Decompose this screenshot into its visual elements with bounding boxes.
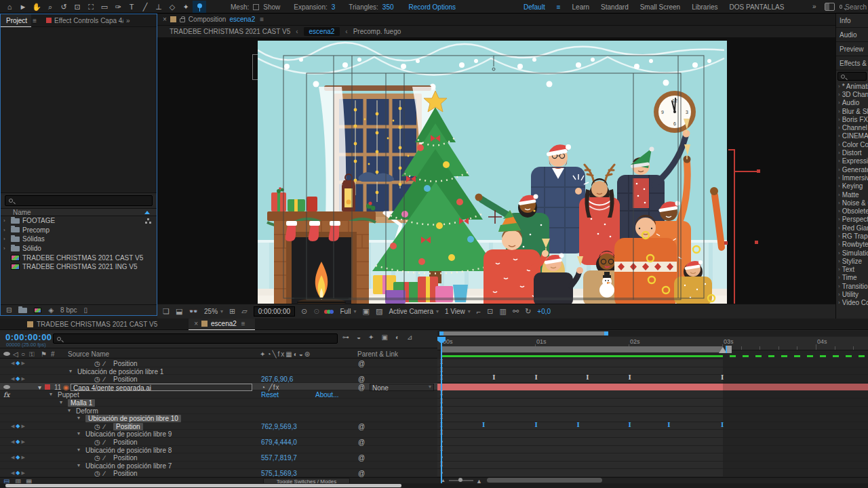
channels-icon[interactable] (326, 310, 334, 314)
keyframe[interactable]: I (534, 374, 537, 382)
motion-blur-icon[interactable]: ◐ (395, 333, 399, 341)
keyframe[interactable]: I (721, 374, 724, 382)
property-name[interactable]: Position (113, 375, 138, 383)
project-name-header[interactable]: Name (1, 208, 157, 216)
comp-mini-flowchart-icon[interactable]: ⊶ (342, 333, 349, 341)
twirl-icon[interactable]: › (838, 83, 840, 89)
project-item[interactable]: ›Sólidas (1, 235, 157, 244)
twirl-icon[interactable]: › (838, 158, 840, 164)
twirl-icon[interactable]: › (838, 250, 840, 256)
twirl-icon[interactable]: › (838, 283, 840, 289)
workspace-small-screen[interactable]: Small Screen (640, 3, 680, 11)
project-item[interactable]: ›FOOTAGE (1, 216, 157, 226)
effects-category[interactable]: ›RG Trapcode (836, 232, 868, 240)
project-settings-icon[interactable]: ◈ (48, 306, 54, 314)
app-search[interactable]: Search (840, 2, 867, 12)
mask-visibility-icon[interactable]: 👓 (189, 307, 198, 316)
effect-reset-link[interactable]: Reset (261, 391, 279, 399)
panel-menu-icon[interactable]: ≡ (260, 16, 264, 23)
twirl-icon[interactable]: › (838, 258, 840, 264)
twirl-icon[interactable]: › (3, 245, 8, 251)
keyframe-navigator[interactable]: ◀ ◆ ▶ (11, 439, 25, 445)
twirl-icon[interactable]: › (838, 225, 840, 231)
property-name[interactable]: Position (113, 423, 143, 430)
source-name-header[interactable]: Source Name (68, 350, 109, 358)
twirl-icon[interactable]: › (3, 227, 8, 233)
property-value[interactable]: 557,7,819,7 (261, 454, 297, 462)
tool-selection[interactable]: ► (16, 1, 30, 13)
twirl-icon[interactable]: › (838, 291, 840, 298)
keyframe-lane[interactable] (437, 438, 868, 446)
property-value[interactable]: 679,4,444,0 (261, 439, 297, 446)
keyframe-lane[interactable]: I (437, 414, 868, 422)
tool-brush[interactable]: ╱ (138, 1, 152, 13)
panel-preview[interactable]: Preview (836, 42, 868, 56)
record-options-link[interactable]: Record Options (409, 3, 456, 11)
keyframe-lane[interactable]: I (437, 399, 868, 407)
keyframe[interactable]: I (576, 422, 579, 429)
layer-eye-icon[interactable] (3, 385, 10, 389)
twirl-icon[interactable]: › (838, 266, 840, 272)
mask-grid-icon[interactable]: ▨ (376, 307, 382, 316)
panel-effects-presets[interactable]: Effects & Presets (836, 56, 868, 70)
stopwatch-icon[interactable]: ◷ (94, 439, 100, 446)
group-label[interactable]: Ubicación de posición libre 7 (85, 462, 172, 470)
effects-category[interactable]: ›Obsolete (836, 207, 868, 215)
workspace-standard[interactable]: Standard (601, 3, 629, 11)
effects-category[interactable]: ›Time (836, 274, 868, 282)
effects-category[interactable]: ›Audio (836, 99, 868, 107)
tab-overflow-chevron[interactable]: » (126, 17, 130, 24)
timeline-row-malla-1[interactable]: ▾Malla 1 (0, 399, 437, 407)
timeline-row-ubicación-de-posición-libre-10[interactable]: ▾Ubicación de posición libre 10 (0, 414, 437, 422)
property-value[interactable]: 575,1,569,3 (261, 470, 297, 477)
twirl-icon[interactable]: › (838, 274, 840, 281)
selection-handle[interactable] (757, 169, 760, 173)
group-label[interactable]: Ubicación de posición libre 10 (85, 415, 181, 422)
graph-editor-icon[interactable]: ⊿ (407, 333, 412, 341)
keyframe[interactable]: I (628, 374, 631, 382)
selection-handle[interactable] (755, 241, 758, 244)
twirl-icon[interactable]: › (838, 142, 840, 148)
breadcrumb-root[interactable]: TRADEBE CHRISTMAS 2021 CAST V5 (170, 28, 290, 35)
parent-link-header[interactable]: Parent & Link (357, 350, 398, 358)
keyframe-lane[interactable]: I (437, 367, 868, 375)
twirl-icon[interactable]: › (3, 218, 8, 224)
effects-category[interactable]: ›Utility (836, 290, 868, 298)
exposure-icon[interactable]: ▥ (500, 307, 507, 316)
property-name[interactable]: Position (113, 439, 138, 446)
draft-3d-icon[interactable]: ◒ (357, 333, 361, 341)
timeline-tab-cast[interactable]: TRADEBE CHRISTMAS 2021 CAST V5 (27, 321, 184, 328)
snapshot-icon[interactable]: ⊙ (301, 307, 307, 316)
effects-category[interactable]: ›Rowbyte (836, 241, 868, 249)
effects-category[interactable]: ›Immersive Video (836, 174, 868, 182)
tool-roto-brush[interactable]: ✦ (179, 1, 193, 13)
keyframe-navigator[interactable]: ◀ ◆ ▶ (11, 423, 25, 429)
timeline-row-position[interactable]: ◀ ◆ ▶◷∕Position575,1,569,3@ (0, 469, 437, 477)
keyframe[interactable]: I (667, 422, 670, 429)
breadcrumb-current[interactable]: escena2 (304, 27, 340, 36)
keyframe-navigator[interactable]: ◀ ◆ ▶ (11, 454, 25, 460)
roi-icon[interactable]: ⊞ (229, 307, 235, 316)
effects-category[interactable]: ›Stylize (836, 257, 868, 265)
timeline-row-ubicación-de-posición-libre-1[interactable]: ▾Ubicación de posición libre 1 (0, 367, 437, 375)
keyframe-lane[interactable]: I (437, 407, 868, 415)
effects-category[interactable]: ›3D Channel (836, 90, 868, 98)
magnification-dropdown[interactable]: 25%▾ (204, 308, 223, 315)
track-scrollbar[interactable] (487, 478, 602, 483)
show-snapshot-icon[interactable]: ⊙ (313, 307, 319, 316)
twirl-icon[interactable]: › (838, 133, 840, 139)
twirl-icon[interactable]: › (838, 216, 840, 222)
new-folder-icon[interactable] (18, 308, 27, 313)
new-composition-icon[interactable] (34, 308, 41, 313)
panel-audio[interactable]: Audio (836, 28, 868, 42)
keyframe[interactable]: I (534, 422, 537, 429)
effects-category[interactable]: ›Matte (836, 190, 868, 199)
tool-clone-stamp[interactable]: ⊥ (152, 1, 165, 13)
property-value[interactable]: 762,9,569,3 (261, 423, 297, 430)
effects-category[interactable]: ›Noise & Grain (836, 199, 868, 207)
layer-switch-icons[interactable]: ◔ ╱fx (261, 384, 280, 391)
tool-pen[interactable]: ✑ (111, 1, 125, 13)
tool-eraser[interactable]: ◇ (165, 1, 179, 13)
tool-unified-camera[interactable]: ⊡ (71, 1, 84, 13)
interpret-footage-icon[interactable]: ⊟ (6, 306, 12, 314)
